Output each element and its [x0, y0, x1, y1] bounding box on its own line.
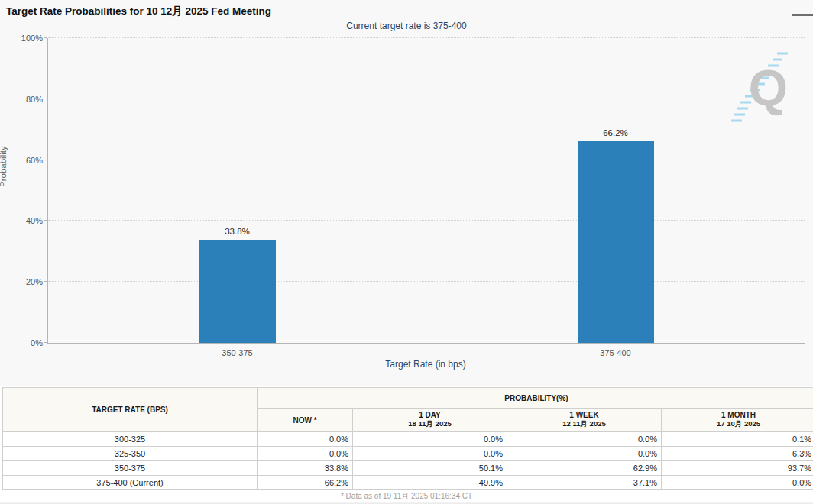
col-label: 1 DAY [419, 411, 441, 419]
x-axis-title: Target Rate (in bps) [47, 359, 804, 370]
now-value: 66.2% [258, 476, 353, 490]
y-tick-label: 60% [0, 156, 43, 165]
probability-table-section: TARGET RATE (BPS) PROBABILITY(%) NOW * 1… [0, 386, 813, 490]
month-value: 0.0% [662, 476, 813, 490]
col-date: 12 11月 2025 [511, 419, 657, 429]
col-header-now: NOW * [258, 409, 353, 432]
week-value: 0.0% [507, 447, 662, 461]
col-header-1month: 1 MONTH 17 10月 2025 [662, 409, 813, 432]
month-value: 6.3% [662, 447, 813, 461]
week-value: 37.1% [507, 476, 662, 490]
table-row: 350-375 33.8% 50.1% 62.9% 93.7% [3, 461, 813, 476]
rate-label: 300-325 [3, 432, 258, 447]
week-value: 62.9% [507, 461, 662, 476]
rate-label: 325-350 [3, 447, 258, 461]
col-label: 1 WEEK [569, 411, 598, 419]
x-tick-label: 375-400 [426, 348, 805, 357]
month-value: 0.1% [662, 432, 813, 447]
probability-bar[interactable] [578, 141, 654, 343]
day-value: 50.1% [353, 461, 507, 476]
now-value: 0.0% [258, 432, 353, 447]
col-date: 17 10月 2025 [666, 419, 811, 429]
day-value: 0.0% [353, 432, 507, 447]
group-header-probability: PROBABILITY(%) [258, 388, 813, 409]
bar-value-label: 33.8% [48, 227, 426, 236]
rate-label: 350-375 [3, 461, 258, 476]
month-value: 93.7% [662, 461, 813, 476]
probability-bar[interactable] [199, 240, 276, 343]
y-tick-label: 40% [0, 216, 43, 225]
now-value: 0.0% [258, 447, 353, 461]
chart-subtitle: Current target rate is 375-400 [0, 21, 813, 31]
x-tick-label: 350-375 [48, 348, 426, 357]
page-title: Target Rate Probabilities for 10 12月 202… [6, 5, 271, 18]
week-value: 0.0% [507, 432, 662, 447]
data-as-of-note: * Data as of 19 11月 2025 01:16:34 CT [0, 490, 813, 502]
rate-label: 375-400 (Current) [3, 476, 258, 490]
col-date: 18 11月 2025 [357, 419, 503, 429]
table-row: 325-350 0.0% 0.0% 0.0% 6.3% [3, 447, 813, 461]
bar-slot: 66.2%375-400 [426, 38, 805, 343]
col-header-1day: 1 DAY 18 11月 2025 [353, 409, 507, 432]
y-tick-label: 20% [0, 277, 43, 286]
menu-bar [792, 14, 813, 16]
y-tick-label: 80% [0, 95, 43, 104]
table-row: 375-400 (Current) 66.2% 49.9% 37.1% 0.0% [3, 476, 813, 490]
col-label: 1 MONTH [721, 411, 756, 419]
col-header-target-rate: TARGET RATE (BPS) [3, 388, 258, 432]
bar-value-label: 66.2% [426, 128, 805, 137]
day-value: 0.0% [353, 447, 507, 461]
day-value: 49.9% [353, 476, 507, 490]
y-tick-label: 0% [0, 338, 43, 347]
col-label: NOW * [293, 416, 316, 425]
y-axis-labels: 0%20%40%60%80%100% [0, 38, 43, 343]
probability-table: TARGET RATE (BPS) PROBABILITY(%) NOW * 1… [2, 387, 813, 490]
table-row: 300-325 0.0% 0.0% 0.0% 0.1% [3, 432, 813, 447]
y-tick-label: 100% [0, 34, 43, 43]
chart-section: Target Rate Probabilities for 10 12月 202… [0, 0, 813, 386]
col-header-1week: 1 WEEK 12 11月 2025 [507, 409, 662, 432]
bar-slot: 33.8%350-375 [48, 38, 426, 343]
plot-area: Q 33.8%350-37566.2%375-400 [47, 38, 805, 344]
hamburger-menu-icon[interactable] [785, 6, 799, 18]
now-value: 33.8% [258, 461, 353, 476]
